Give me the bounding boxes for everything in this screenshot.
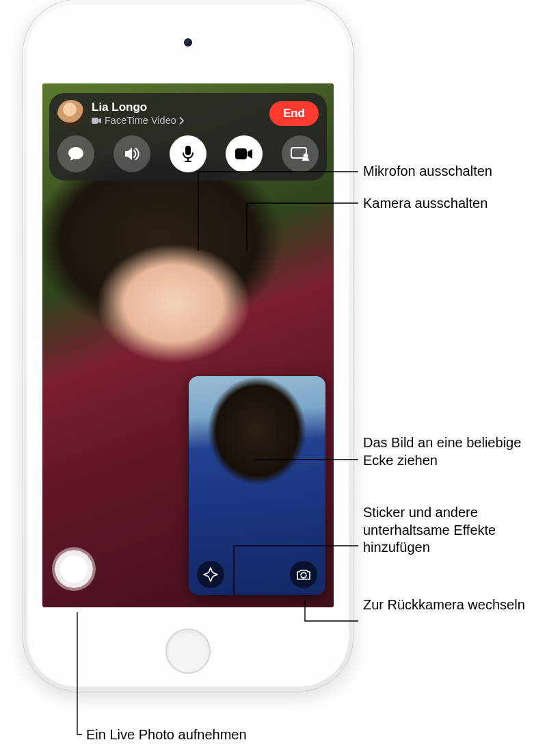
shareplay-button[interactable] <box>282 135 319 172</box>
chevron-right-icon <box>179 117 185 124</box>
video-icon <box>92 117 102 124</box>
end-call-button[interactable]: End <box>269 101 319 126</box>
message-bubble-icon <box>67 146 85 162</box>
front-camera-dot <box>184 38 192 47</box>
effects-star-icon <box>203 567 218 582</box>
self-view-pip[interactable] <box>189 376 325 595</box>
home-button[interactable] <box>165 629 211 674</box>
caller-name: Lia Longo <box>92 101 263 114</box>
call-type-row[interactable]: FaceTime Video <box>92 115 263 126</box>
screen: Lia Longo FaceTime Video End <box>42 83 334 607</box>
mute-mic-button[interactable] <box>170 135 206 172</box>
flip-camera-button[interactable] <box>290 561 317 588</box>
callout-live-photo: Ein Live Photo aufnehmen <box>86 726 247 744</box>
call-controls-card: Lia Longo FaceTime Video End <box>49 93 327 181</box>
call-type-label: FaceTime Video <box>105 115 176 126</box>
svg-rect-1 <box>185 146 191 155</box>
speaker-button[interactable] <box>114 135 150 172</box>
svg-rect-0 <box>92 118 98 124</box>
callout-cam-off: Kamera ausschalten <box>363 195 488 213</box>
svg-rect-4 <box>235 148 247 159</box>
effects-button[interactable] <box>197 561 224 588</box>
callout-effects: Sticker und andere unterhaltsame Effekte… <box>363 504 548 557</box>
camera-toggle-button[interactable] <box>226 135 263 172</box>
microphone-icon <box>182 145 194 163</box>
callout-drag-pip: Das Bild an eine beliebige Ecke ziehen <box>363 434 541 469</box>
avatar[interactable] <box>57 100 85 127</box>
shareplay-icon <box>290 146 310 161</box>
live-photo-shutter[interactable] <box>55 550 93 588</box>
video-camera-icon <box>235 147 254 161</box>
callout-mic-off: Mikrofon ausschalten <box>363 163 492 181</box>
speaker-icon <box>123 146 141 162</box>
callout-flip: Zur Rückkamera wechseln <box>363 596 527 614</box>
flip-camera-icon <box>295 568 312 581</box>
messages-button[interactable] <box>57 135 94 172</box>
device-frame: Lia Longo FaceTime Video End <box>23 0 353 691</box>
